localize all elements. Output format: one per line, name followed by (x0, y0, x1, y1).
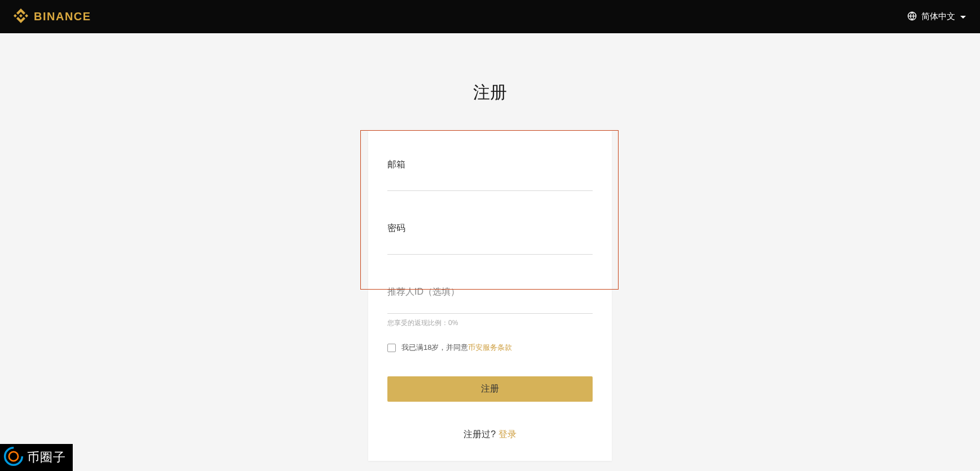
svg-point-2 (5, 448, 23, 465)
binance-logo-icon (14, 8, 28, 25)
brand-logo[interactable]: BINANCE (14, 8, 91, 25)
register-button[interactable]: 注册 (387, 376, 593, 402)
agreement-prefix: 我已满18岁，并同意 (401, 343, 468, 352)
login-prompt: 注册过? 登录 (387, 429, 593, 441)
agreement-text: 我已满18岁，并同意币安服务条款 (401, 343, 512, 353)
password-label: 密码 (387, 223, 593, 234)
email-field-group: 邮箱 (387, 159, 593, 191)
top-header: BINANCE 简体中文 (0, 0, 980, 33)
watermark-text: 币圈子 (27, 449, 66, 466)
register-form-card: 邮箱 密码 推荐人ID（选填） 您享受的返现比例：0% 我已满18岁，并同意币安… (368, 131, 612, 461)
language-label: 简体中文 (921, 11, 955, 22)
password-input[interactable] (387, 237, 593, 255)
main-content: 注册 邮箱 密码 推荐人ID（选填） 您享受的返现比例：0% (0, 33, 980, 461)
language-selector[interactable]: 简体中文 (907, 11, 966, 23)
terms-link[interactable]: 币安服务条款 (468, 343, 512, 352)
chevron-down-icon (960, 12, 966, 21)
agreement-row: 我已满18岁，并同意币安服务条款 (387, 343, 593, 353)
watermark: 币圈子 (0, 444, 73, 471)
page-title: 注册 (473, 81, 507, 104)
referral-label: 推荐人ID（选填） (387, 287, 460, 296)
login-link[interactable]: 登录 (498, 429, 517, 439)
rebate-text: 您享受的返现比例：0% (387, 318, 593, 328)
svg-point-3 (9, 452, 18, 461)
agreement-checkbox[interactable] (387, 344, 396, 352)
email-input[interactable] (387, 173, 593, 191)
referral-input[interactable] (387, 298, 593, 314)
password-field-group: 密码 (387, 223, 593, 255)
referral-field-group: 推荐人ID（选填） 您享受的返现比例：0% (387, 286, 593, 328)
globe-icon (907, 11, 917, 23)
login-prompt-prefix: 注册过? (463, 429, 498, 439)
form-inner: 邮箱 密码 推荐人ID（选填） 您享受的返现比例：0% 我已满18岁，并同意币安… (368, 131, 612, 461)
email-label: 邮箱 (387, 159, 593, 171)
brand-name: BINANCE (34, 10, 91, 23)
watermark-icon (3, 446, 24, 469)
